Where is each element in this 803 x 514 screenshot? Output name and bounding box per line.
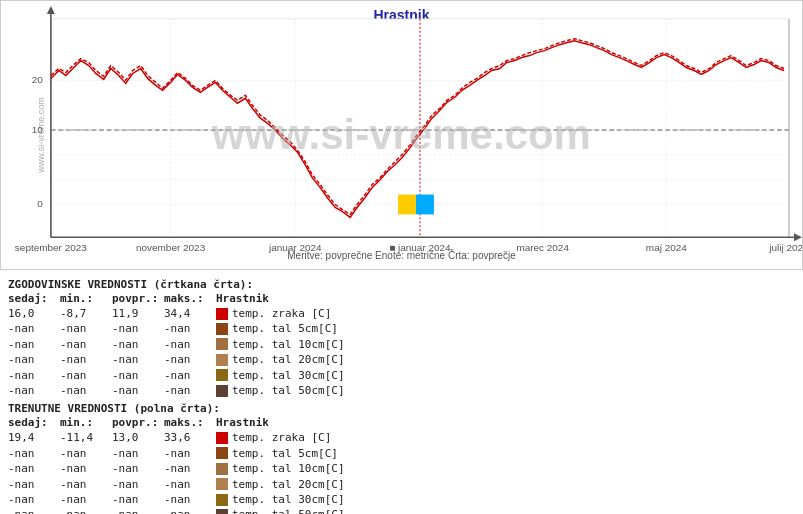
cell-name: temp. tal 10cm[C] xyxy=(216,461,416,476)
svg-text:10: 10 xyxy=(32,124,44,135)
cell-povpr: -nan xyxy=(112,352,164,367)
cell-maks: -nan xyxy=(164,446,216,461)
color-indicator xyxy=(216,338,228,350)
color-indicator xyxy=(216,463,228,475)
color-indicator xyxy=(216,447,228,459)
cell-name: temp. tal 5cm[C] xyxy=(216,321,416,336)
cell-povpr: -nan xyxy=(112,383,164,398)
svg-text:20: 20 xyxy=(32,74,44,85)
cell-sedaj: -nan xyxy=(8,492,60,507)
cell-min: -nan xyxy=(60,368,112,383)
cell-maks: -nan xyxy=(164,383,216,398)
current-section-title: TRENUTNE VREDNOSTI (polna črta): xyxy=(8,402,795,415)
cell-min: -nan xyxy=(60,446,112,461)
cell-min: -nan xyxy=(60,383,112,398)
cell-label: temp. zraka [C] xyxy=(232,306,331,321)
cell-label: temp. tal 20cm[C] xyxy=(232,477,345,492)
historic-headers: sedaj: min.: povpr.: maks.: Hrastnik xyxy=(8,292,795,305)
cell-povpr: 13,0 xyxy=(112,430,164,445)
color-indicator xyxy=(216,354,228,366)
cell-sedaj: -nan xyxy=(8,368,60,383)
historic-header-name: Hrastnik xyxy=(216,292,416,305)
cell-min: -nan xyxy=(60,461,112,476)
color-indicator xyxy=(216,323,228,335)
current-header-povpr: povpr.: xyxy=(112,416,164,429)
table-row: -nan -nan -nan -nan temp. tal 30cm[C] xyxy=(8,492,795,507)
cell-name: temp. tal 30cm[C] xyxy=(216,368,416,383)
historic-header-maks: maks.: xyxy=(164,292,216,305)
historic-header-sedaj: sedaj: xyxy=(8,292,60,305)
cell-min: -nan xyxy=(60,321,112,336)
cell-sedaj: -nan xyxy=(8,446,60,461)
cell-name: temp. tal 5cm[C] xyxy=(216,446,416,461)
svg-text:0: 0 xyxy=(37,198,43,209)
cell-name: temp. tal 50cm[C] xyxy=(216,507,416,514)
cell-name: temp. tal 50cm[C] xyxy=(216,383,416,398)
table-row: -nan -nan -nan -nan temp. tal 50cm[C] xyxy=(8,507,795,514)
cell-sedaj: -nan xyxy=(8,352,60,367)
current-header-sedaj: sedaj: xyxy=(8,416,60,429)
cell-label: temp. tal 30cm[C] xyxy=(232,492,345,507)
cell-povpr: -nan xyxy=(112,337,164,352)
current-rows: 19,4 -11,4 13,0 33,6 temp. zraka [C] -na… xyxy=(8,430,795,514)
historic-header-povpr: povpr.: xyxy=(112,292,164,305)
table-row: -nan -nan -nan -nan temp. tal 20cm[C] xyxy=(8,477,795,492)
cell-min: -nan xyxy=(60,352,112,367)
cell-sedaj: -nan xyxy=(8,507,60,514)
table-row: -nan -nan -nan -nan temp. tal 10cm[C] xyxy=(8,461,795,476)
cell-name: temp. zraka [C] xyxy=(216,306,416,321)
cell-min: -nan xyxy=(60,507,112,514)
color-indicator xyxy=(216,509,228,514)
cell-label: temp. tal 5cm[C] xyxy=(232,446,338,461)
cell-sedaj: 19,4 xyxy=(8,430,60,445)
cell-povpr: 11,9 xyxy=(112,306,164,321)
historic-section-title: ZGODOVINSKE VREDNOSTI (črtkana črta): xyxy=(8,278,795,291)
cell-povpr: -nan xyxy=(112,461,164,476)
cell-min: -nan xyxy=(60,337,112,352)
cell-min: -11,4 xyxy=(60,430,112,445)
chart-svg: 20 10 0 xyxy=(1,1,802,269)
cell-maks: -nan xyxy=(164,507,216,514)
cell-sedaj: -nan xyxy=(8,477,60,492)
color-indicator xyxy=(216,385,228,397)
color-indicator xyxy=(216,369,228,381)
cell-maks: -nan xyxy=(164,321,216,336)
current-header-maks: maks.: xyxy=(164,416,216,429)
svg-rect-22 xyxy=(416,195,434,215)
cell-min: -nan xyxy=(60,492,112,507)
cell-sedaj: -nan xyxy=(8,383,60,398)
cell-label: temp. tal 10cm[C] xyxy=(232,461,345,476)
svg-rect-21 xyxy=(398,195,416,215)
table-row: -nan -nan -nan -nan temp. tal 5cm[C] xyxy=(8,446,795,461)
cell-maks: -nan xyxy=(164,352,216,367)
cell-povpr: -nan xyxy=(112,321,164,336)
cell-min: -nan xyxy=(60,477,112,492)
historic-rows: 16,0 -8,7 11,9 34,4 temp. zraka [C] -nan… xyxy=(8,306,795,398)
cell-maks: -nan xyxy=(164,492,216,507)
current-header-min: min.: xyxy=(60,416,112,429)
table-row: 16,0 -8,7 11,9 34,4 temp. zraka [C] xyxy=(8,306,795,321)
cell-maks: 34,4 xyxy=(164,306,216,321)
cell-label: temp. tal 5cm[C] xyxy=(232,321,338,336)
cell-label: temp. tal 50cm[C] xyxy=(232,383,345,398)
chart-area: Hrastnik www.si-vreme.com www.si-vreme.c… xyxy=(0,0,803,270)
cell-label: temp. tal 30cm[C] xyxy=(232,368,345,383)
data-table: ZGODOVINSKE VREDNOSTI (črtkana črta): se… xyxy=(0,270,803,514)
cell-sedaj: -nan xyxy=(8,461,60,476)
cell-povpr: -nan xyxy=(112,477,164,492)
table-row: -nan -nan -nan -nan temp. tal 50cm[C] xyxy=(8,383,795,398)
cell-name: temp. zraka [C] xyxy=(216,430,416,445)
cell-sedaj: 16,0 xyxy=(8,306,60,321)
cell-povpr: -nan xyxy=(112,507,164,514)
cell-label: temp. tal 10cm[C] xyxy=(232,337,345,352)
current-headers: sedaj: min.: povpr.: maks.: Hrastnik xyxy=(8,416,795,429)
color-indicator xyxy=(216,308,228,320)
cell-sedaj: -nan xyxy=(8,337,60,352)
current-header-name: Hrastnik xyxy=(216,416,416,429)
table-row: -nan -nan -nan -nan temp. tal 20cm[C] xyxy=(8,352,795,367)
cell-maks: -nan xyxy=(164,477,216,492)
color-indicator xyxy=(216,494,228,506)
cell-maks: -nan xyxy=(164,337,216,352)
table-row: -nan -nan -nan -nan temp. tal 5cm[C] xyxy=(8,321,795,336)
cell-label: temp. tal 20cm[C] xyxy=(232,352,345,367)
